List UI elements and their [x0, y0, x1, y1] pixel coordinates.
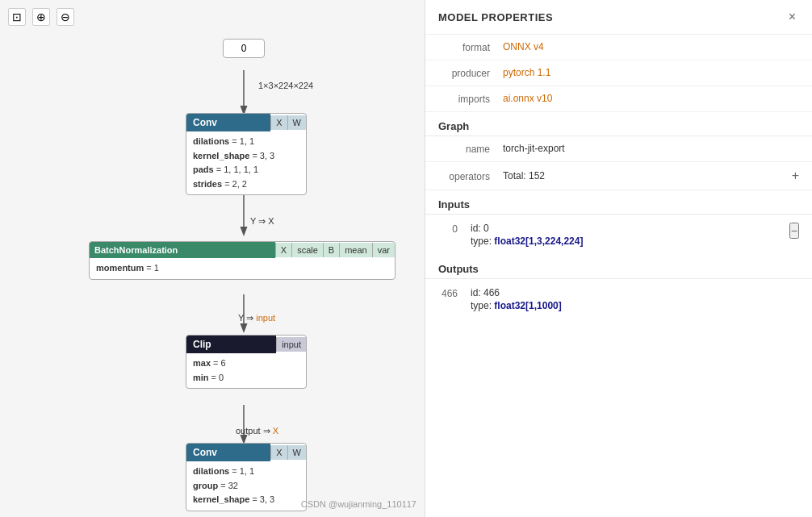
conv1-attr-2: pads = 1, 1, 1, 1	[193, 163, 299, 177]
arrow2-var: input	[256, 313, 275, 323]
bn-port-scale[interactable]: scale	[291, 243, 323, 257]
conv1-header: Conv X W	[186, 114, 306, 131]
panel-body: format ONNX v4 producer pytorch 1.1 impo…	[425, 35, 812, 517]
operators-row: operators Total: 152 +	[425, 162, 812, 190]
producer-label: producer	[438, 68, 503, 79]
format-row: format ONNX v4	[425, 35, 812, 60]
conv2-node[interactable]: Conv X W dilations = 1, 1 group = 32 ker…	[186, 443, 307, 511]
input-node-id: 0	[241, 43, 247, 54]
bn-title: BatchNormalization	[90, 242, 275, 258]
arrow3-label: output ⇒ X	[236, 426, 278, 436]
arrow3-var: X	[273, 426, 278, 436]
format-value: ONNX v4	[503, 41, 799, 52]
conv1-attr-3: strides = 2, 2	[193, 177, 299, 192]
input-node[interactable]: 0	[223, 39, 265, 58]
toolbar: ⊡ ⊕ ⊖	[8, 8, 74, 26]
bn-port-mean[interactable]: mean	[339, 243, 372, 257]
arrow2-label: Y ⇒ input	[238, 313, 275, 323]
conv1-title: Conv	[186, 114, 270, 131]
input-0-id-num: 0	[438, 223, 471, 235]
bn-port-b[interactable]: B	[323, 243, 339, 257]
conv2-port-w[interactable]: W	[287, 445, 306, 460]
bn-port-var[interactable]: var	[372, 243, 395, 257]
input-0-type-bold: float32[1,3,224,224]	[494, 236, 583, 247]
zoom-out-button[interactable]: ⊖	[57, 8, 74, 26]
input-0-details: id: 0 type: float32[1,3,224,224]	[471, 223, 789, 247]
fit-button[interactable]: ⊡	[8, 8, 26, 26]
watermark: CSDN @wujianming_110117	[301, 499, 416, 509]
input-0-collapse-button[interactable]: −	[789, 223, 799, 239]
conv2-attr-2: kernel_shape = 3, 3	[193, 493, 299, 507]
arrow1-label: Y ⇒ X	[250, 216, 274, 227]
producer-value: pytorch 1.1	[503, 67, 799, 78]
name-label: name	[438, 144, 503, 155]
clip-port-input[interactable]: input	[276, 337, 306, 352]
output-466-id-num: 466	[438, 288, 471, 299]
operators-expand-button[interactable]: +	[792, 169, 799, 183]
conv1-node[interactable]: Conv X W dilations = 1, 1 kernel_shape =…	[186, 113, 307, 195]
conv1-port-w[interactable]: W	[287, 115, 306, 130]
name-row: name torch-jit-export	[425, 136, 812, 162]
clip-header: Clip input	[186, 336, 306, 353]
graph-canvas: ⊡ ⊕ ⊖ 0 1×3×224×224 Conv X W dil	[0, 0, 425, 517]
conv2-body: dilations = 1, 1 group = 32 kernel_shape…	[186, 461, 306, 511]
zoom-in-button[interactable]: ⊕	[32, 8, 50, 26]
input-0-id-label: id: 0	[471, 223, 789, 234]
outputs-section: 466 id: 466 type: float32[1,1000]	[425, 279, 812, 319]
format-label: format	[438, 42, 503, 53]
graph-section-header: Graph	[425, 112, 812, 136]
panel-title: MODEL PROPERTIES	[438, 11, 553, 23]
bn-body: momentum = 1	[90, 258, 395, 279]
bn-header: BatchNormalization X scale B mean var	[90, 242, 395, 258]
clip-attr-max: max = 6	[193, 356, 299, 371]
close-button[interactable]: ×	[785, 10, 799, 24]
bn-attr-0: momentum = 1	[96, 261, 388, 276]
conv1-attr-0: dilations = 1, 1	[193, 135, 299, 149]
input-0-type: type: float32[1,3,224,224]	[471, 236, 789, 247]
output-466-row: 466 id: 466 type: float32[1,1000]	[425, 282, 812, 316]
input-0-row: 0 id: 0 type: float32[1,3,224,224] −	[425, 218, 812, 252]
clip-node[interactable]: Clip input max = 6 min = 0	[186, 335, 307, 389]
imports-row: imports ai.onnx v10	[425, 86, 812, 112]
conv2-title: Conv	[186, 444, 270, 461]
conv1-port-x[interactable]: X	[270, 115, 287, 130]
inputs-section: 0 id: 0 type: float32[1,3,224,224] −	[425, 215, 812, 255]
output-466-id-label: id: 466	[471, 287, 799, 298]
operators-value: Total: 152	[503, 170, 792, 181]
conv1-attr-1: kernel_shape = 3, 3	[193, 149, 299, 164]
imports-label: imports	[438, 94, 503, 105]
clip-attr-min: min = 0	[193, 371, 299, 386]
operators-label: operators	[438, 171, 503, 182]
conv1-body: dilations = 1, 1 kernel_shape = 3, 3 pad…	[186, 131, 306, 194]
shape-label: 1×3×224×224	[258, 81, 313, 90]
inputs-section-header: Inputs	[425, 190, 812, 214]
conv2-port-x[interactable]: X	[270, 445, 287, 460]
output-466-type: type: float32[1,1000]	[471, 300, 799, 311]
outputs-section-header: Outputs	[425, 255, 812, 278]
properties-panel: MODEL PROPERTIES × format ONNX v4 produc…	[425, 0, 812, 517]
clip-body: max = 6 min = 0	[186, 353, 306, 388]
conv2-attr-1: group = 32	[193, 479, 299, 494]
name-value: torch-jit-export	[503, 143, 799, 154]
conv2-header: Conv X W	[186, 444, 306, 461]
output-466-type-bold: float32[1,1000]	[494, 300, 561, 311]
imports-value: ai.onnx v10	[503, 93, 799, 104]
panel-header: MODEL PROPERTIES ×	[425, 0, 812, 35]
bn-port-x[interactable]: X	[275, 243, 291, 257]
output-466-details: id: 466 type: float32[1,1000]	[471, 287, 799, 311]
conv2-attr-0: dilations = 1, 1	[193, 465, 299, 479]
bn-node[interactable]: BatchNormalization X scale B mean var mo…	[89, 241, 396, 280]
producer-row: producer pytorch 1.1	[425, 60, 812, 86]
clip-title: Clip	[186, 336, 276, 353]
